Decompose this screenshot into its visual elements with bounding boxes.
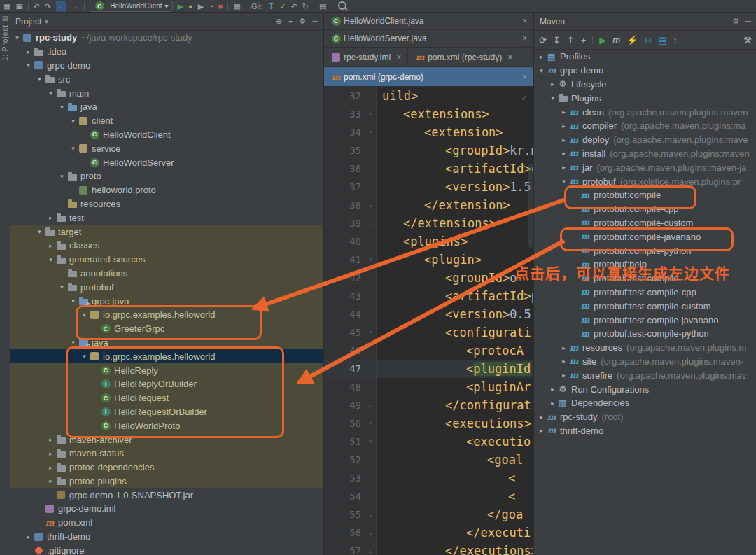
expand-arrow-icon[interactable]: ▸ [548, 80, 557, 87]
project-tree-item[interactable]: ▸maven-status [10, 447, 323, 461]
maven-tree-item[interactable]: ▸mcompiler(org.apache.maven.plugins:ma [534, 119, 756, 133]
project-tree-item[interactable]: ▾java [10, 100, 323, 114]
close-tab-icon[interactable]: × [396, 52, 401, 62]
undo-icon[interactable]: ↶ [34, 1, 40, 12]
maven-tree-item[interactable]: mprotobuf:test-compile-cpp [534, 286, 756, 300]
fold-marker-icon[interactable]: ▿ [365, 105, 377, 123]
expand-arrow-icon[interactable]: ▸ [559, 136, 568, 143]
collapse-arrow-icon[interactable]: ▾ [548, 94, 557, 101]
editor-tab[interactable]: mpom.xml (grpc-demo)× [324, 67, 534, 86]
expand-arrow-icon[interactable]: ▸ [548, 386, 557, 393]
project-tree-item[interactable]: ▸thrift-demo [10, 530, 323, 544]
project-tree-item[interactable]: grpc-demo.iml [10, 502, 323, 516]
project-tree-item[interactable]: ▸maven-archiver [10, 433, 323, 447]
maven-tree-item[interactable]: mprotobuf:test-compile [534, 272, 756, 286]
project-tree-item[interactable]: ▸classes [10, 239, 323, 253]
editor-tab[interactable]: CHelloWorldServer.java× [324, 30, 534, 47]
fold-marker-icon[interactable]: ▿ [365, 251, 377, 269]
show-dependencies-icon[interactable]: ▤ [658, 35, 666, 45]
layout-grid-icon[interactable]: ▦ [233, 1, 240, 12]
project-tree-item[interactable]: ▾protobuf [10, 280, 323, 294]
expand-arrow-icon[interactable]: ▸ [46, 214, 55, 221]
maven-tree-item[interactable]: mprotobuf:help [534, 258, 756, 272]
back-icon[interactable]: ← [56, 1, 66, 12]
collapse-all-icon[interactable]: ÷ [288, 17, 293, 26]
collapse-arrow-icon[interactable]: ▾ [35, 76, 44, 83]
expand-arrow-icon[interactable]: ▸ [559, 164, 568, 171]
project-tree-item[interactable]: ▾main [10, 86, 323, 100]
window-menu-icon[interactable]: ▦ [4, 1, 10, 12]
profiler-icon[interactable]: ◔ [209, 1, 214, 12]
expand-arrow-icon[interactable]: ▸ [24, 48, 33, 55]
git-commit-icon[interactable]: ✓ [279, 1, 286, 12]
maven-tree-item[interactable]: mprotobuf:compile [534, 188, 756, 202]
close-tab-icon[interactable]: × [522, 34, 527, 43]
project-tree-item[interactable]: ▾rpc-study~/java-workspace/rpc-study [10, 31, 323, 45]
download-sources-icon[interactable]: ↥ [567, 35, 575, 45]
collapse-arrow-icon[interactable]: ▾ [69, 339, 78, 346]
collapse-arrow-icon[interactable]: ▾ [46, 256, 55, 263]
collapse-arrow-icon[interactable]: ▾ [537, 67, 546, 74]
expand-arrow-icon[interactable]: ▸ [559, 372, 568, 379]
run-configuration-select[interactable]: CHelloWorldClient▾ [90, 1, 172, 12]
expand-arrow-icon[interactable]: ▸ [559, 150, 568, 157]
editor-tab[interactable]: CHelloWorldClient.java× [324, 13, 534, 29]
maven-tree-item[interactable]: ▸minstall(org.apache.maven.plugins:maven [534, 147, 756, 161]
project-tree-item[interactable]: CGreeterGrpc [10, 322, 323, 336]
locate-file-icon[interactable]: ⊕ [276, 17, 282, 26]
expand-arrow-icon[interactable]: ▸ [537, 427, 546, 434]
expand-arrow-icon[interactable]: ▸ [537, 414, 546, 421]
collapse-arrow-icon[interactable]: ▾ [69, 297, 78, 304]
project-stripe-button[interactable]: 1: Project [1, 24, 9, 61]
code-editor[interactable]: ✓ 32uild>33▿<extensions>34▿<extension>35… [324, 87, 534, 555]
project-tree-item[interactable]: grpc-demo-1.0-SNAPSHOT.jar [10, 488, 323, 502]
expand-arrow-icon[interactable]: ▸ [24, 533, 33, 540]
maven-tree-item[interactable]: ▸▥Dependencies [534, 396, 756, 410]
run-maven-icon[interactable]: ▶ [599, 35, 606, 45]
generate-sources-icon[interactable]: ↧ [553, 35, 561, 45]
collapse-arrow-icon[interactable]: ▾ [24, 62, 33, 69]
add-maven-project-icon[interactable]: + [581, 35, 587, 45]
project-tree-item[interactable]: ▾java [10, 336, 323, 350]
expand-arrow-icon[interactable]: ▸ [559, 344, 568, 351]
git-rollback-icon[interactable]: ↶ [290, 1, 297, 12]
maven-tree-item[interactable]: ▸msurefire(org.apache.maven.plugins:mav [534, 368, 756, 382]
project-tree-item[interactable]: IHelloReplyOrBuilder [10, 377, 323, 391]
skip-tests-icon[interactable]: ⚡ [626, 35, 638, 45]
maven-tree-item[interactable]: ▸⚙Lifecycle [534, 78, 756, 92]
redo-icon[interactable]: ↷ [45, 1, 51, 12]
fold-marker-icon[interactable]: ▿ [365, 123, 377, 141]
expand-arrow-icon[interactable]: ▸ [46, 436, 55, 443]
fold-marker-icon[interactable]: ▿ [365, 414, 377, 433]
expand-arrow-icon[interactable]: ▸ [46, 450, 55, 457]
expand-arrow-icon[interactable]: ▸ [46, 477, 55, 484]
project-tree-item[interactable]: ▸test [10, 211, 323, 225]
project-tree-item[interactable]: ▾io.grpc.examples.helloworld [10, 308, 323, 322]
maven-tree-item[interactable]: ▸mthrift-demo [534, 424, 756, 438]
git-update-icon[interactable]: ↧ [268, 1, 274, 12]
project-tree-item[interactable]: CHelloReply [10, 363, 323, 377]
fold-marker-icon[interactable]: ▵ [365, 542, 377, 555]
project-tree-item[interactable]: ▾grpc-java [10, 294, 323, 308]
hide-panel-icon[interactable]: ─ [746, 17, 751, 26]
project-tree-item[interactable]: helloworld.proto [10, 183, 323, 197]
project-tree-item[interactable]: CHelloWorldProto [10, 419, 323, 433]
collapse-arrow-icon[interactable]: ▾ [57, 283, 66, 290]
maven-tree-item[interactable]: mprotobuf:test-compile-python [534, 327, 756, 341]
maven-tree-item[interactable]: ▸mresources(org.apache.maven.plugins:m [534, 341, 756, 355]
close-tab-icon[interactable]: × [507, 52, 512, 62]
expand-arrow-icon[interactable]: ▸ [559, 122, 568, 129]
offline-mode-icon[interactable]: ⊙ [644, 35, 652, 45]
maven-tree-item[interactable]: ▸mjar(org.apache.maven.plugins:maven-ja [534, 160, 756, 174]
maven-tree-item[interactable]: ▾Plugins [534, 91, 756, 105]
fold-marker-icon[interactable]: ▿ [365, 433, 377, 451]
close-tab-icon[interactable]: × [522, 16, 527, 26]
run-coverage-icon[interactable]: ▶ [198, 1, 204, 12]
close-tab-icon[interactable]: × [522, 72, 527, 82]
search-everywhere-icon[interactable] [338, 0, 346, 13]
project-tree-item[interactable]: .gitignore [10, 543, 323, 555]
settings-gear-icon[interactable]: ⚙ [299, 17, 306, 26]
collapse-arrow-icon[interactable]: ▾ [57, 173, 66, 180]
maven-tree-item[interactable]: mprotobuf:compile-custom [534, 216, 756, 230]
expand-arrow-icon[interactable]: ▸ [46, 464, 55, 471]
